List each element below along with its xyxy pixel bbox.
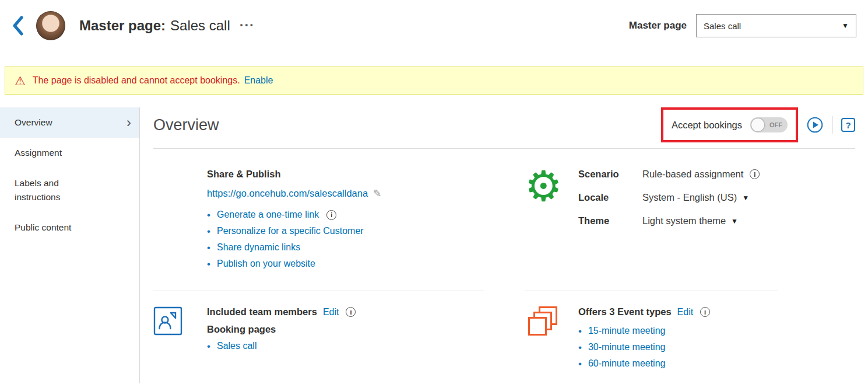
list-item: • Generate a one-time link i bbox=[207, 207, 381, 223]
chevron-right-icon: › bbox=[126, 116, 131, 130]
play-icon[interactable] bbox=[807, 117, 823, 133]
accept-bookings-annotation: Accept bookings OFF bbox=[661, 107, 798, 142]
main-panel: Overview Accept bookings OFF ? bbox=[140, 107, 868, 383]
list-item: • 15-minute meeting bbox=[578, 323, 710, 339]
accept-bookings-label: Accept bookings bbox=[672, 120, 742, 131]
booking-pages-list: • Sales call bbox=[207, 338, 356, 354]
edit-event-types-link[interactable]: Edit bbox=[677, 307, 694, 317]
bullet-icon: • bbox=[207, 243, 210, 253]
theme-row: Theme Light system theme ▼ bbox=[578, 215, 760, 226]
list-item: • Personalize for a specific Customer bbox=[207, 223, 381, 239]
chevron-down-icon: ▼ bbox=[731, 217, 738, 225]
bullet-icon: • bbox=[578, 326, 582, 336]
event-types-section: Offers 3 Event types Edit i • 15-minute … bbox=[525, 291, 778, 384]
master-page-select[interactable]: Sales call ▼ bbox=[696, 14, 856, 37]
booking-page-sales-call-link[interactable]: Sales call bbox=[217, 341, 256, 351]
page-title-name: Sales call bbox=[170, 18, 230, 34]
team-members-section: Included team members Edit i Booking pag… bbox=[153, 291, 484, 384]
booking-page-url-link[interactable]: https://go.oncehub.com/salescalldana bbox=[207, 188, 368, 199]
settings-section: ⚙ Scenario Rule-based assignment i Local… bbox=[525, 169, 778, 291]
theme-select[interactable]: Light system theme ▼ bbox=[642, 215, 738, 226]
help-icon[interactable]: ? bbox=[841, 118, 855, 132]
bullet-icon: • bbox=[207, 226, 210, 236]
main-header: Overview Accept bookings OFF ? bbox=[153, 107, 855, 149]
publish-website-link[interactable]: Publish on your website bbox=[217, 259, 315, 269]
info-icon[interactable]: i bbox=[700, 307, 710, 317]
accept-bookings-toggle[interactable]: OFF bbox=[750, 117, 788, 132]
bullet-icon: • bbox=[578, 343, 582, 352]
theme-value: Light system theme bbox=[642, 215, 726, 226]
master-page-select-value: Sales call bbox=[704, 21, 741, 31]
master-page-selector-label: Master page bbox=[629, 20, 687, 32]
scenario-value: Rule-based assignment bbox=[642, 169, 743, 180]
gear-icon: ⚙ bbox=[525, 163, 563, 210]
theme-label: Theme bbox=[578, 215, 642, 226]
sidebar-item-public-content[interactable]: Public content bbox=[0, 212, 139, 243]
sidebar-item-label: Labels and instructions bbox=[15, 178, 60, 202]
share-publish-title: Share & Publish bbox=[207, 169, 381, 180]
locale-row: Locale System - English (US) ▼ bbox=[578, 192, 760, 203]
event-type-30-min-link[interactable]: 30-minute meeting bbox=[588, 342, 666, 352]
edit-team-link[interactable]: Edit bbox=[323, 307, 339, 317]
locale-value: System - English (US) bbox=[642, 192, 737, 203]
locale-label: Locale bbox=[578, 192, 642, 203]
sidebar: Overview › Assignment Labels and instruc… bbox=[0, 107, 140, 383]
warning-icon: ⚠ bbox=[15, 75, 26, 87]
info-icon[interactable]: i bbox=[750, 169, 760, 179]
sidebar-item-labels-and-instructions[interactable]: Labels and instructions bbox=[0, 168, 139, 212]
enable-link[interactable]: Enable bbox=[244, 75, 273, 86]
sidebar-item-label: Public content bbox=[15, 222, 71, 232]
sidebar-item-label: Assignment bbox=[15, 148, 62, 158]
bullet-icon: • bbox=[207, 210, 210, 220]
list-item: • Sales call bbox=[207, 338, 356, 354]
chevron-down-icon: ▼ bbox=[842, 22, 849, 30]
share-publish-section: Share & Publish https://go.oncehub.com/s… bbox=[153, 169, 484, 291]
more-options-icon[interactable]: ... bbox=[240, 13, 255, 30]
personalize-customer-link[interactable]: Personalize for a specific Customer bbox=[217, 226, 364, 236]
list-item: • 60-minute meeting bbox=[578, 355, 710, 372]
event-types-title: Offers 3 Event types bbox=[578, 306, 672, 317]
page-title-prefix: Master page: bbox=[79, 18, 166, 34]
list-item: • Share dynamic links bbox=[207, 239, 381, 256]
bullet-icon: • bbox=[207, 341, 210, 351]
event-type-15-min-link[interactable]: 15-minute meeting bbox=[588, 326, 666, 336]
toggle-knob bbox=[751, 118, 764, 131]
booking-pages-label: Booking pages bbox=[207, 324, 356, 335]
toggle-state-label: OFF bbox=[769, 121, 782, 128]
sidebar-item-assignment[interactable]: Assignment bbox=[0, 138, 139, 168]
share-dynamic-links-link[interactable]: Share dynamic links bbox=[217, 242, 300, 253]
sidebar-item-overview[interactable]: Overview › bbox=[0, 107, 139, 138]
divider bbox=[832, 116, 832, 134]
chevron-down-icon: ▼ bbox=[742, 194, 749, 202]
info-icon[interactable]: i bbox=[346, 307, 356, 317]
team-member-icon bbox=[153, 306, 182, 336]
scenario-row: Scenario Rule-based assignment i bbox=[578, 169, 760, 180]
locale-select[interactable]: System - English (US) ▼ bbox=[642, 192, 749, 203]
avatar bbox=[36, 11, 65, 40]
bullet-icon: • bbox=[578, 359, 582, 369]
list-item: • Publish on your website bbox=[207, 256, 381, 272]
top-bar: Master page: Sales call ... Master page … bbox=[0, 0, 868, 51]
scenario-label: Scenario bbox=[578, 169, 642, 180]
event-type-60-min-link[interactable]: 60-minute meeting bbox=[588, 358, 666, 369]
share-links-list: • Generate a one-time link i • Personali… bbox=[207, 207, 381, 272]
list-item: • 30-minute meeting bbox=[578, 339, 710, 355]
disabled-warning-banner: ⚠ The page is disabled and cannot accept… bbox=[5, 67, 863, 95]
bullet-icon: • bbox=[207, 259, 210, 269]
page-title: Master page: Sales call bbox=[79, 18, 230, 34]
overview-heading: Overview bbox=[153, 116, 219, 134]
event-types-list: • 15-minute meeting • 30-minute meeting … bbox=[578, 323, 710, 372]
sidebar-item-label: Overview bbox=[15, 116, 52, 130]
back-icon[interactable] bbox=[9, 14, 27, 37]
generate-one-time-link[interactable]: Generate a one-time link bbox=[217, 210, 319, 220]
team-members-title: Included team members bbox=[207, 306, 317, 317]
info-icon[interactable]: i bbox=[326, 210, 336, 220]
edit-url-icon[interactable]: ✎ bbox=[373, 187, 381, 200]
banner-message: The page is disabled and cannot accept b… bbox=[33, 75, 240, 86]
event-types-icon bbox=[525, 306, 557, 339]
